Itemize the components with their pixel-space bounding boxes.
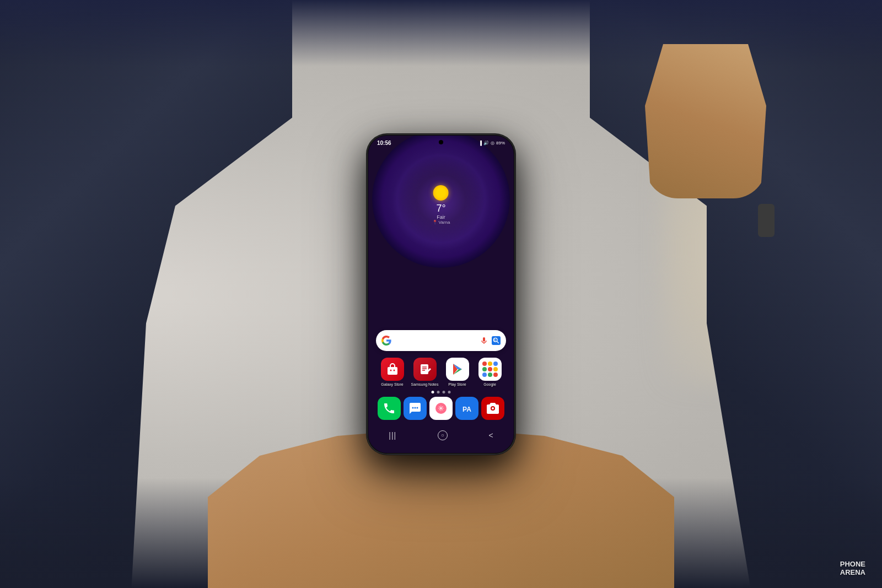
samsung-notes-label: Samsung Notes bbox=[411, 382, 439, 387]
weather-temperature: 7° bbox=[432, 203, 450, 214]
google-icon bbox=[478, 358, 502, 381]
camera-svg bbox=[486, 401, 500, 416]
svg-rect-6 bbox=[388, 367, 397, 375]
wifi-icon: ◎ bbox=[491, 141, 494, 145]
app-messages[interactable] bbox=[402, 397, 428, 420]
svg-point-7 bbox=[390, 369, 391, 371]
weather-location: 📍 Varna bbox=[432, 220, 450, 225]
search-lens-icon[interactable] bbox=[492, 336, 501, 345]
status-icons: ▐ 🔊 ◎ 89% bbox=[478, 141, 505, 145]
nav-recents[interactable]: ||| bbox=[389, 431, 396, 440]
google-app-label: Google bbox=[483, 382, 496, 387]
samsung-notes-svg bbox=[418, 362, 432, 376]
weather-sun-icon bbox=[433, 185, 449, 201]
samsung-notes-icon bbox=[413, 358, 437, 381]
g-dot-9 bbox=[493, 373, 498, 377]
app-row-1: Galaxy Store Samsung Notes bbox=[368, 358, 514, 387]
svg-rect-0 bbox=[492, 336, 501, 345]
svg-point-14 bbox=[414, 407, 416, 408]
messages-icon bbox=[404, 397, 427, 420]
app-row-2: ✳ PA bbox=[368, 397, 514, 420]
svg-rect-5 bbox=[494, 341, 496, 341]
watermark-line1: PHONE bbox=[840, 560, 865, 569]
page-dots bbox=[432, 391, 451, 393]
g-dot-1 bbox=[482, 362, 487, 366]
volume-icon: 🔊 bbox=[483, 141, 489, 145]
phonearena-svg: PA bbox=[459, 401, 475, 416]
app-play-store[interactable]: Play Store bbox=[444, 358, 471, 387]
svg-point-21 bbox=[492, 407, 494, 409]
location-pin-icon: 📍 bbox=[432, 220, 438, 225]
phone-icon bbox=[378, 397, 401, 420]
g-dot-8 bbox=[488, 373, 492, 377]
g-dot-4 bbox=[482, 367, 487, 371]
play-store-label: Play Store bbox=[448, 382, 466, 387]
phone-device: 10:56 ▐ 🔊 ◎ 89% 7° Fair 📍 Varna bbox=[367, 134, 515, 454]
g-dot-5 bbox=[488, 367, 492, 371]
network-icon: ▐ bbox=[478, 141, 482, 145]
app-phone[interactable] bbox=[376, 397, 402, 420]
page-dot-3 bbox=[443, 391, 445, 393]
app-camera[interactable] bbox=[480, 397, 506, 420]
camera-punch-hole bbox=[439, 140, 443, 144]
nav-bar: ||| ○ < bbox=[368, 424, 514, 446]
phonearena-watermark: PHONE ARENA bbox=[840, 560, 865, 577]
nav-back[interactable]: < bbox=[488, 431, 493, 440]
location-name: Varna bbox=[439, 220, 450, 225]
bitmoji-icon: ✳ bbox=[429, 397, 453, 420]
svg-text:✳: ✳ bbox=[438, 404, 444, 413]
watch bbox=[758, 204, 775, 237]
svg-point-15 bbox=[416, 407, 418, 408]
app-phonearena[interactable]: PA bbox=[454, 397, 480, 420]
status-time: 10:56 bbox=[377, 140, 391, 146]
svg-text:PA: PA bbox=[462, 406, 471, 413]
galaxy-store-icon bbox=[381, 358, 404, 381]
g-dot-3 bbox=[493, 362, 498, 366]
phone-frame: 10:56 ▐ 🔊 ◎ 89% 7° Fair 📍 Varna bbox=[367, 134, 515, 454]
svg-rect-3 bbox=[494, 339, 495, 339]
svg-point-13 bbox=[412, 407, 413, 408]
play-store-icon bbox=[446, 358, 469, 381]
app-samsung-notes[interactable]: Samsung Notes bbox=[411, 358, 439, 387]
page-dot-2 bbox=[437, 391, 440, 393]
google-grid bbox=[480, 359, 500, 379]
search-mic-icon[interactable] bbox=[480, 336, 488, 345]
messages-svg bbox=[408, 402, 422, 415]
g-dot-7 bbox=[482, 373, 487, 377]
google-search-bar[interactable] bbox=[376, 330, 506, 351]
galaxy-store-svg bbox=[385, 362, 400, 376]
app-galaxy-store[interactable]: Galaxy Store bbox=[379, 358, 406, 387]
app-bitmoji[interactable]: ✳ bbox=[428, 397, 454, 420]
battery-text: 89% bbox=[496, 141, 505, 145]
google-g-icon bbox=[381, 336, 391, 346]
play-store-svg bbox=[450, 362, 465, 377]
phone-screen: 10:56 ▐ 🔊 ◎ 89% 7° Fair 📍 Varna bbox=[368, 136, 514, 453]
weather-widget[interactable]: 7° Fair 📍 Varna bbox=[432, 185, 450, 225]
g-dot-2 bbox=[488, 362, 492, 366]
svg-rect-4 bbox=[494, 339, 496, 340]
phone-svg bbox=[383, 402, 396, 415]
watermark-line2: ARENA bbox=[840, 568, 865, 577]
app-google[interactable]: Google bbox=[476, 358, 504, 387]
svg-rect-9 bbox=[421, 364, 428, 374]
galaxy-store-label: Galaxy Store bbox=[381, 382, 403, 387]
camera-icon bbox=[481, 397, 504, 420]
weather-condition: Fair bbox=[432, 214, 450, 220]
svg-point-8 bbox=[393, 369, 395, 371]
hand-top bbox=[645, 44, 766, 198]
nav-home[interactable]: ○ bbox=[438, 430, 448, 440]
bitmoji-svg: ✳ bbox=[433, 401, 449, 416]
phonearena-icon: PA bbox=[455, 397, 478, 420]
page-dot-1 bbox=[432, 391, 434, 393]
page-dot-4 bbox=[448, 391, 451, 393]
g-dot-6 bbox=[493, 367, 498, 371]
